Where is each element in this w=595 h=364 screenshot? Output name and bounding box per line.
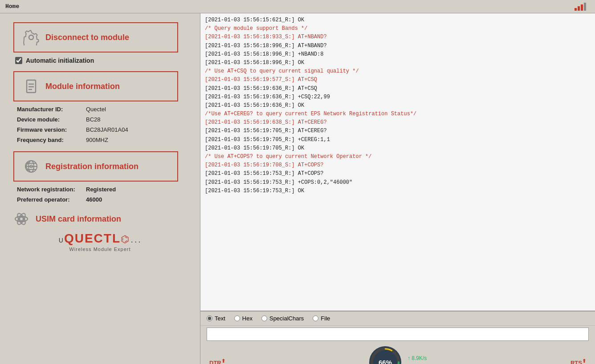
speed-labels: ↑ 8.9K/s ↓ 146K/s	[408, 355, 428, 364]
logo-dots: ...	[130, 237, 141, 244]
log-line: [2021-01-03 15:56:19:577_S:] AT+CSQ	[205, 76, 591, 84]
network-reg-row: Network registration: Registered	[17, 186, 187, 193]
auto-init-row: Automatic initialization	[15, 57, 187, 64]
radio-text-label: Text	[215, 315, 225, 322]
firmware-value: BC28JAR01A04	[86, 126, 128, 133]
bottom-bar: Text Hex SpecialChars File	[200, 311, 595, 364]
title-bar: Home	[0, 0, 595, 13]
module-info-label: Module information	[45, 82, 120, 91]
log-line: [2021-01-03 15:56:19:708_S:] AT+COPS?	[205, 161, 591, 170]
main-content: Disconnect to module Automatic initializ…	[0, 13, 595, 364]
device-label: Device module:	[17, 116, 86, 123]
auto-init-label: Automatic initialization	[26, 57, 94, 64]
radio-options-bar: Text Hex SpecialChars File	[200, 311, 595, 326]
registration-button[interactable]: Registration information	[13, 151, 178, 182]
frequency-value: 900MHZ	[86, 137, 108, 143]
log-line: [2021-01-03 15:56:19:753_R:] OK	[205, 187, 591, 195]
log-line: /*Use AT+CEREG? to query current EPS Net…	[205, 110, 591, 118]
log-line: /* Use AT+COPS? to query current Network…	[205, 153, 591, 161]
radio-text-input[interactable]	[207, 315, 212, 321]
svg-point-0	[29, 35, 33, 40]
window-title: Home	[5, 3, 19, 10]
network-reg-label: Network registration:	[17, 186, 86, 193]
radio-file-label: File	[321, 315, 330, 322]
globe-icon	[23, 158, 39, 174]
disconnect-button[interactable]: Disconnect to module	[13, 22, 178, 53]
firmware-row: Firmware version: BC28JAR01A04	[17, 126, 187, 133]
speedometer: 66% ↑ 8.9K/s ↓ 146K/s	[367, 344, 428, 364]
log-line: [2021-01-03 15:56:19:636_R:] AT+CSQ	[205, 85, 591, 93]
speed-up: ↑ 8.9K/s	[408, 355, 428, 361]
log-line: /* Use AT+CSQ to query current signal qu…	[205, 67, 591, 76]
left-panel: Disconnect to module Automatic initializ…	[0, 13, 200, 364]
gear-icon	[23, 29, 39, 45]
signal-icon	[575, 3, 586, 11]
input-area	[200, 326, 595, 343]
svg-point-13	[20, 217, 23, 221]
frequency-label: Frequency band:	[17, 137, 86, 143]
module-details: Manufacturer ID: Quectel Device module: …	[17, 106, 187, 143]
frequency-row: Frequency band: 900MHZ	[17, 137, 187, 143]
atom-icon	[13, 211, 29, 227]
usim-section[interactable]: USIM card information	[13, 211, 187, 227]
gauge-circle: 66%	[367, 344, 403, 364]
device-row: Device module: BC28	[17, 116, 187, 123]
document-icon	[23, 78, 39, 94]
log-line: [2021-01-03 15:56:19:638_S:] AT+CEREG?	[205, 118, 591, 127]
dtr-label: DTR⬆	[209, 358, 225, 364]
log-line: [2021-01-03 15:56:19:636_R:] OK	[205, 101, 591, 110]
log-line: [2021-01-03 15:56:15:621_R:] OK	[205, 16, 591, 24]
module-info-button[interactable]: Module information	[13, 71, 178, 101]
rts-label: RTS⬆	[571, 358, 586, 364]
manufacturer-label: Manufacturer ID:	[17, 106, 86, 113]
disconnect-label: Disconnect to module	[45, 33, 129, 42]
radio-specialchars-option[interactable]: SpecialChars	[261, 315, 304, 322]
radio-specialchars-input[interactable]	[261, 315, 267, 321]
log-line: [2021-01-03 15:56:19:753_R:] +COPS:0,2,"…	[205, 178, 591, 187]
log-line: [2021-01-03 15:56:18:933_S:] AT+NBAND?	[205, 33, 591, 41]
logo-brand: QUECTL	[64, 231, 121, 246]
registration-details: Network registration: Registered Preferr…	[17, 186, 187, 203]
log-line: [2021-01-03 15:56:19:705_R:] +CEREG:1,1	[205, 136, 591, 144]
radio-file-option[interactable]: File	[313, 315, 330, 322]
log-line: /* Query module support Bands */	[205, 24, 591, 33]
registration-label: Registration information	[45, 162, 139, 171]
radio-hex-label: Hex	[242, 315, 253, 322]
log-line: [2021-01-03 15:56:19:753_R:] AT+COPS?	[205, 170, 591, 178]
gauge-value: 66%	[379, 359, 392, 364]
manufacturer-value: Quectel	[86, 106, 106, 113]
logo-tagline: Wireless Module Expert	[69, 247, 130, 252]
log-line: [2021-01-03 15:56:18:996_R:] +NBAND:8	[205, 50, 591, 59]
manufacturer-row: Manufacturer ID: Quectel	[17, 106, 187, 113]
device-value: BC28	[86, 116, 101, 123]
radio-hex-option[interactable]: Hex	[234, 315, 253, 322]
operator-row: Preferred operator: 46000	[17, 196, 187, 203]
log-line: [2021-01-03 15:56:19:705_R:] AT+CEREG?	[205, 127, 591, 135]
log-area[interactable]: [2021-01-03 15:56:15:621_R:] OK/* Query …	[200, 13, 595, 311]
usim-label: USIM card information	[36, 214, 121, 224]
firmware-label: Firmware version:	[17, 126, 86, 133]
operator-label: Preferred operator:	[17, 196, 86, 203]
log-line: [2021-01-03 15:56:19:636_R:] +CSQ:22,99	[205, 93, 591, 101]
radio-text-option[interactable]: Text	[207, 315, 225, 322]
log-line: [2021-01-03 15:56:19:705_R:] OK	[205, 144, 591, 153]
right-panel: [2021-01-03 15:56:15:621_R:] OK/* Query …	[200, 13, 595, 364]
log-line: [2021-01-03 15:56:18:996_R:] OK	[205, 59, 591, 67]
operator-value: 46000	[86, 196, 102, 203]
log-line: [2021-01-03 15:56:18:996_R:] AT+NBAND?	[205, 42, 591, 50]
radio-specialchars-label: SpecialChars	[269, 315, 304, 322]
logo-curve: ⌬	[121, 234, 129, 245]
radio-file-input[interactable]	[313, 315, 318, 321]
logo-u-prefix: U	[59, 237, 63, 244]
quectel-logo: U QUECTL ⌬ ... Wireless Module Expert	[13, 231, 187, 252]
network-reg-value: Registered	[86, 186, 116, 193]
cmd-input[interactable]	[207, 328, 589, 341]
radio-hex-input[interactable]	[234, 315, 240, 321]
gauge-dtr-row: DTR⬆	[200, 343, 595, 364]
auto-init-checkbox[interactable]	[15, 57, 22, 64]
